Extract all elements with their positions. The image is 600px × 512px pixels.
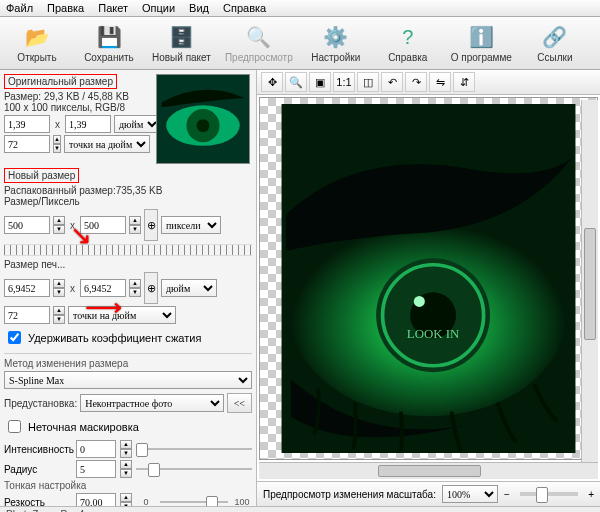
flip-v-icon[interactable]: ⇵ xyxy=(453,72,475,92)
orig-height-input[interactable] xyxy=(65,115,111,133)
radius-input[interactable] xyxy=(76,460,116,478)
new-width-print-input[interactable] xyxy=(4,279,50,297)
unpacked-size-label: Распакованный размер:735,35 KB xyxy=(4,185,252,196)
orig-dpi-unit-select[interactable]: точки на дюйм xyxy=(64,135,150,153)
new-height-print-input[interactable] xyxy=(80,279,126,297)
menu-packet[interactable]: Пакет xyxy=(98,2,128,14)
save-button[interactable]: 💾Сохранить xyxy=(76,20,142,66)
intensity-input[interactable] xyxy=(76,440,116,458)
print-size-label: Размер печ... xyxy=(4,259,252,270)
link-print-icon[interactable]: ⊕ xyxy=(144,272,158,304)
preset-label: Предустановка: xyxy=(4,398,77,409)
gear-icon: ⚙️ xyxy=(322,23,350,51)
flip-h-icon[interactable]: ⇋ xyxy=(429,72,451,92)
intensity-slider[interactable] xyxy=(136,441,252,457)
fit-icon[interactable]: ▣ xyxy=(309,72,331,92)
rotate-left-icon[interactable]: ↶ xyxy=(381,72,403,92)
new-width-px-input[interactable] xyxy=(4,216,50,234)
radius-slider[interactable] xyxy=(136,461,252,477)
new-print-unit-select[interactable]: дюйм xyxy=(161,279,217,297)
menu-view[interactable]: Вид xyxy=(189,2,209,14)
zoom-in-icon[interactable]: + xyxy=(588,489,594,500)
horizontal-scrollbar[interactable] xyxy=(259,462,598,479)
preview-footer: Предпросмотр изменения масштаба: 100% − … xyxy=(257,481,600,506)
help-icon: ? xyxy=(394,23,422,51)
unsharp-mask-checkbox[interactable]: Неточная маскировка xyxy=(4,417,252,436)
new-height-print-stepper[interactable]: ▲▼ xyxy=(129,279,141,297)
status-bar: PhotoZoom Pro 4 xyxy=(0,506,600,512)
menu-options[interactable]: Опции xyxy=(142,2,175,14)
settings-button[interactable]: ⚙️Настройки xyxy=(303,20,369,66)
actual-size-icon[interactable]: 1:1 xyxy=(333,72,355,92)
menu-file[interactable]: Файл xyxy=(6,2,33,14)
menubar: Файл Правка Пакет Опции Вид Справка xyxy=(0,0,600,17)
menu-edit[interactable]: Правка xyxy=(47,2,84,14)
preview-button: 🔍Предпросмотр xyxy=(221,20,297,66)
orig-width-input[interactable] xyxy=(4,115,50,133)
new-px-unit-select[interactable]: пиксели xyxy=(161,216,221,234)
sharpness-stepper[interactable]: ▲▼ xyxy=(120,493,132,506)
zoom-out-icon[interactable]: − xyxy=(504,489,510,500)
orig-unit-select[interactable]: дюйм xyxy=(114,115,161,133)
split-icon[interactable]: ◫ xyxy=(357,72,379,92)
keep-ratio-checkbox[interactable]: Удерживать коэффициент сжатия xyxy=(4,328,252,347)
orig-dpi-input[interactable] xyxy=(4,135,50,153)
pixel-size-label: Размер/Пиксель xyxy=(4,196,252,207)
radius-label: Радиус xyxy=(4,464,72,475)
thumbnail xyxy=(156,74,250,164)
advanced-toggle-button[interactable]: << xyxy=(227,393,252,413)
original-size-header: Оригинальный размер xyxy=(4,74,117,89)
magnifier-icon: 🔍 xyxy=(245,23,273,51)
left-panel: Оригинальный размер Размер: 29,3 KB / 45… xyxy=(0,70,257,506)
new-dpi-unit-select[interactable]: точки на дюйм xyxy=(68,306,176,324)
new-size-header: Новый размер xyxy=(4,168,79,183)
new-batch-button[interactable]: 🗄️Новый пакет xyxy=(148,20,215,66)
preview-image: LOOK IN xyxy=(266,104,591,453)
link-icon: 🔗 xyxy=(541,23,569,51)
sharpness-input[interactable] xyxy=(76,493,116,506)
resize-method-header: Метод изменения размера xyxy=(4,358,252,369)
new-width-px-stepper[interactable]: ▲▼ xyxy=(53,216,65,234)
links-button[interactable]: 🔗Ссылки xyxy=(522,20,588,66)
new-dpi-stepper[interactable]: ▲▼ xyxy=(53,306,65,324)
info-icon: ℹ️ xyxy=(467,23,495,51)
about-button[interactable]: ℹ️О программе xyxy=(447,20,516,66)
new-height-px-input[interactable] xyxy=(80,216,126,234)
vertical-scrollbar[interactable] xyxy=(581,100,598,466)
preview-canvas[interactable]: LOOK IN xyxy=(259,97,598,460)
menu-help[interactable]: Справка xyxy=(223,2,266,14)
sharpness-label: Резкость xyxy=(4,497,72,507)
zoom-tool-icon[interactable]: 🔍 xyxy=(285,72,307,92)
folder-open-icon: 📂 xyxy=(23,23,51,51)
rotate-right-icon[interactable]: ↷ xyxy=(405,72,427,92)
help-button[interactable]: ?Справка xyxy=(375,20,441,66)
preset-select[interactable]: Неконтрастное фото xyxy=(80,394,224,412)
algorithm-select[interactable]: S-Spline Max xyxy=(4,371,252,389)
batch-icon: 🗄️ xyxy=(167,23,195,51)
fine-tune-header: Тонкая настройка xyxy=(4,480,252,491)
main-toolbar: 📂Открыть 💾Сохранить 🗄️Новый пакет 🔍Предп… xyxy=(0,17,600,70)
ruler xyxy=(4,244,252,256)
svg-text:LOOK IN: LOOK IN xyxy=(407,327,459,341)
new-height-px-stepper[interactable]: ▲▼ xyxy=(129,216,141,234)
radius-stepper[interactable]: ▲▼ xyxy=(120,460,132,478)
zoom-select[interactable]: 100% xyxy=(442,485,498,503)
preview-toolbar: ✥ 🔍 ▣ 1:1 ◫ ↶ ↷ ⇋ ⇵ xyxy=(257,70,600,95)
save-icon: 💾 xyxy=(95,23,123,51)
intensity-stepper[interactable]: ▲▼ xyxy=(120,440,132,458)
link-dimensions-icon[interactable]: ⊕ xyxy=(144,209,158,241)
new-width-print-stepper[interactable]: ▲▼ xyxy=(53,279,65,297)
svg-point-3 xyxy=(197,119,210,132)
zoom-label: Предпросмотр изменения масштаба: xyxy=(263,489,436,500)
open-button[interactable]: 📂Открыть xyxy=(4,20,70,66)
svg-point-9 xyxy=(414,296,425,307)
nav-tool-icon[interactable]: ✥ xyxy=(261,72,283,92)
orig-dpi-stepper[interactable]: ▲▼ xyxy=(53,135,61,153)
intensity-label: Интенсивность xyxy=(4,444,72,455)
new-dpi-input[interactable] xyxy=(4,306,50,324)
zoom-slider[interactable] xyxy=(520,492,578,496)
sharpness-slider[interactable] xyxy=(160,494,228,506)
preview-panel: ✥ 🔍 ▣ 1:1 ◫ ↶ ↷ ⇋ ⇵ xyxy=(257,70,600,506)
